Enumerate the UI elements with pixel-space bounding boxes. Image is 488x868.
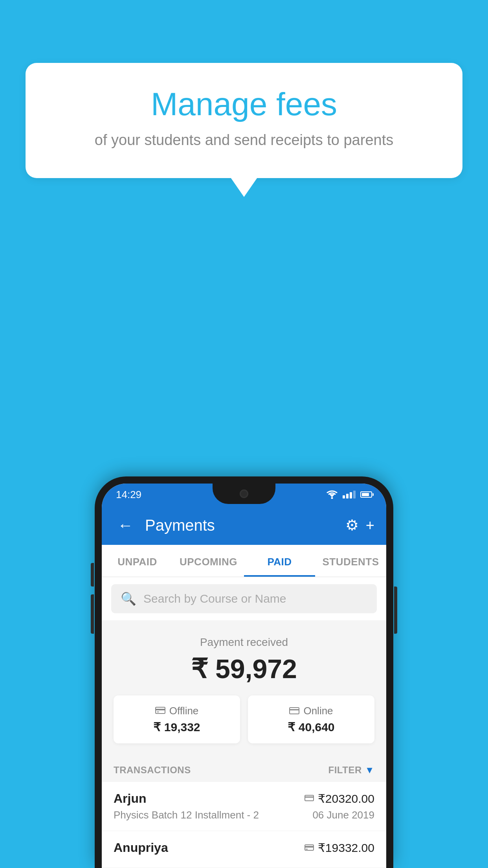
online-card: Online ₹ 40,640 (248, 695, 374, 743)
transaction-amount: ₹20320.00 (318, 792, 374, 805)
tab-students[interactable]: STUDENTS (315, 545, 386, 577)
offline-amount: ₹ 19,332 (121, 720, 232, 734)
svg-rect-4 (157, 712, 159, 712)
tabs-bar: UNPAID UPCOMING PAID STUDENTS (102, 545, 386, 577)
amount-row: ₹20320.00 (305, 792, 374, 805)
amount-row: ₹19332.00 (305, 841, 374, 855)
transactions-list: Arjun ₹20320.00 Physics (102, 782, 386, 868)
table-row[interactable]: Anupriya ₹19332.00 (102, 831, 386, 868)
status-time: 14:29 (116, 489, 141, 501)
page-title: Payments (145, 517, 338, 534)
phone-screen: 14:29 (102, 484, 386, 868)
date-info: 06 June 2019 (312, 809, 374, 821)
phone-outer: 14:29 (95, 476, 393, 868)
transactions-label: TRANSACTIONS (114, 765, 191, 776)
add-button[interactable]: + (366, 517, 374, 534)
tab-upcoming[interactable]: UPCOMING (173, 545, 244, 577)
transactions-header: TRANSACTIONS FILTER ▼ (102, 755, 386, 782)
offline-card: Offline ₹ 19,332 (114, 695, 240, 743)
back-button[interactable]: ← (114, 513, 137, 538)
camera (240, 489, 248, 498)
search-placeholder: Search by Course or Name (143, 592, 286, 605)
filter-button[interactable]: FILTER ▼ (328, 765, 374, 776)
filter-icon: ▼ (365, 765, 374, 776)
tab-unpaid[interactable]: UNPAID (102, 545, 173, 577)
notch (213, 484, 275, 504)
speech-bubble: Manage fees of your students and send re… (26, 63, 462, 178)
student-name: Anupriya (114, 840, 168, 855)
app-bar: ← Payments ⚙ + (102, 506, 386, 545)
side-button-vol-down (91, 594, 94, 634)
filter-label: FILTER (328, 765, 362, 776)
svg-marker-0 (329, 494, 335, 497)
phone-device: 14:29 (95, 476, 393, 868)
app-bar-actions: ⚙ + (345, 517, 374, 534)
payment-summary: Payment received ₹ 59,972 (102, 620, 386, 755)
online-label: Online (303, 705, 333, 717)
online-icon (289, 706, 299, 717)
side-button-power (394, 587, 397, 634)
svg-rect-5 (290, 708, 299, 714)
svg-rect-7 (305, 795, 314, 801)
signal-icon (343, 491, 356, 498)
svg-rect-8 (305, 796, 314, 798)
settings-icon[interactable]: ⚙ (345, 517, 359, 534)
speech-bubble-wrapper: Manage fees of your students and send re… (26, 63, 462, 178)
svg-rect-3 (156, 709, 165, 710)
status-bar: 14:29 (102, 484, 386, 506)
offline-payment-icon (305, 842, 314, 853)
online-amount: ₹ 40,640 (256, 720, 367, 734)
svg-rect-10 (305, 846, 314, 848)
offline-icon (155, 706, 165, 717)
svg-rect-11 (306, 849, 308, 850)
offline-label: Offline (169, 705, 199, 717)
payment-cards: Offline ₹ 19,332 Online (114, 695, 374, 743)
wifi-icon (326, 490, 338, 499)
bubble-title: Manage fees (57, 86, 431, 122)
card-icon (305, 793, 314, 804)
payment-label: Payment received (114, 636, 374, 649)
search-icon: 🔍 (121, 591, 136, 606)
search-container: 🔍 Search by Course or Name (102, 577, 386, 620)
transaction-amount: ₹19332.00 (318, 841, 374, 855)
battery-icon (360, 491, 372, 498)
tab-paid[interactable]: PAID (244, 545, 315, 577)
student-name: Arjun (114, 791, 147, 806)
table-row[interactable]: Arjun ₹20320.00 Physics (102, 782, 386, 831)
svg-point-1 (331, 497, 333, 499)
total-amount: ₹ 59,972 (114, 653, 374, 684)
side-button-vol-up (91, 563, 94, 587)
course-info: Physics Batch 12 Installment - 2 (114, 809, 259, 821)
search-box[interactable]: 🔍 Search by Course or Name (111, 584, 377, 613)
svg-rect-6 (290, 709, 299, 710)
status-icons (326, 490, 372, 499)
bubble-subtitle: of your students and send receipts to pa… (57, 130, 431, 151)
